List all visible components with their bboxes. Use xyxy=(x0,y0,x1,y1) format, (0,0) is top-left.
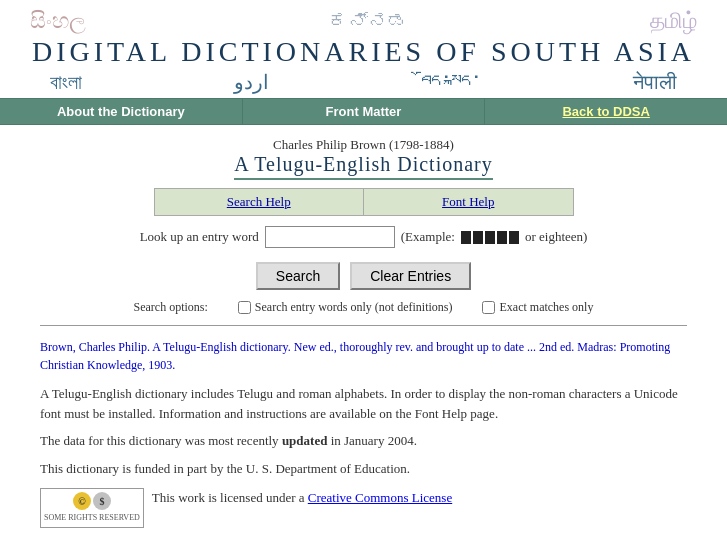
main-title-text: Digital Dictionaries of South Asia xyxy=(32,36,695,67)
script-tamil: தமிழ் xyxy=(650,8,697,34)
para2-prefix: The data for this dictionary was most re… xyxy=(40,433,282,448)
para2-bold: updated xyxy=(282,433,328,448)
option-exact-matches-label: Exact matches only xyxy=(499,300,593,315)
block-3 xyxy=(485,231,495,244)
example-suffix: or eighteen) xyxy=(525,229,587,245)
option-exact-matches: Exact matches only xyxy=(482,300,593,315)
options-row: Search options: Search entry words only … xyxy=(0,300,727,315)
search-input[interactable] xyxy=(265,226,395,248)
block-2 xyxy=(473,231,483,244)
nav-about-dictionary[interactable]: About the Dictionary xyxy=(0,99,243,124)
cc-license-link[interactable]: Creative Commons License xyxy=(308,490,452,505)
tab-search-help[interactable]: Search Help xyxy=(155,189,365,215)
block-5 xyxy=(509,231,519,244)
author-name: Charles Philip Brown (1798-1884) xyxy=(0,137,727,153)
nav-front-label: Front Matter xyxy=(326,104,402,119)
cc-license-text: This work is licensed under a Creative C… xyxy=(152,488,452,508)
para-updated: The data for this dictionary was most re… xyxy=(40,431,687,451)
option-entry-words-label: Search entry words only (not definitions… xyxy=(255,300,453,315)
nav-back-label: Back to DDSA xyxy=(562,104,649,119)
checkbox-exact-matches[interactable] xyxy=(482,301,495,314)
main-title: Digital Dictionaries of South Asia xyxy=(0,36,727,68)
example-blocks xyxy=(461,231,519,244)
nav-about-label: About the Dictionary xyxy=(57,104,185,119)
options-label: Search options: xyxy=(134,300,208,315)
lookup-row: Look up an entry word (Example: or eight… xyxy=(0,226,727,248)
search-tabs: Search Help Font Help xyxy=(154,188,574,216)
cc-rights-label: SOME RIGHTS RESERVED xyxy=(44,512,140,524)
example-prefix: (Example: xyxy=(401,229,455,245)
script-row-top: සිංහල ಕನ್ನಡ தமிழ் xyxy=(0,8,727,34)
dict-title: Charles Philip Brown (1798-1884) A Telug… xyxy=(0,137,727,180)
option-entry-words: Search entry words only (not definitions… xyxy=(238,300,453,315)
nav-front-matter[interactable]: Front Matter xyxy=(243,99,486,124)
block-1 xyxy=(461,231,471,244)
cc-circle-1: © xyxy=(73,492,91,510)
para-unicode: A Telugu-English dictionary includes Tel… xyxy=(40,384,687,423)
tab-font-help-label: Font Help xyxy=(442,194,494,209)
para2-suffix: in January 2004. xyxy=(327,433,417,448)
script-row-bottom: বাংলা اردو བོད་སྐད་ नेपाली xyxy=(0,70,727,94)
checkbox-entry-words[interactable] xyxy=(238,301,251,314)
script-kannada: ಕನ್ನಡ xyxy=(328,10,408,33)
tab-search-help-label: Search Help xyxy=(227,194,291,209)
cc-badge: © $ SOME RIGHTS RESERVED This work is li… xyxy=(40,488,687,528)
cc-circle-2: $ xyxy=(93,492,111,510)
citation-text: Brown, Charles Philip. A Telugu-English … xyxy=(40,340,670,372)
cc-license-link-text: Creative Commons License xyxy=(308,490,452,505)
divider xyxy=(40,325,687,326)
header: සිංහල ಕನ್ನಡ தமிழ் Digital Dictionaries o… xyxy=(0,0,727,98)
search-area: Look up an entry word (Example: or eight… xyxy=(0,226,727,290)
search-options: Search options: Search entry words only … xyxy=(0,300,727,315)
script-urdu: اردو xyxy=(234,70,269,94)
script-sinhala: සිංහල xyxy=(30,8,86,34)
script-tibetan: བོད་སྐད་ xyxy=(421,71,481,94)
lookup-label: Look up an entry word xyxy=(140,229,259,245)
nav-back-link[interactable]: Back to DDSA xyxy=(562,104,649,119)
content-area: Brown, Charles Philip. A Telugu-English … xyxy=(0,332,727,544)
para-funding: This dictionary is funded in part by the… xyxy=(40,459,687,479)
cc-license-prefix: This work is licensed under a xyxy=(152,490,308,505)
dictionary-name: A Telugu-English Dictionary xyxy=(234,153,493,180)
nav-back-ddsa[interactable]: Back to DDSA xyxy=(485,99,727,124)
tab-font-help[interactable]: Font Help xyxy=(364,189,573,215)
cc-box: © $ SOME RIGHTS RESERVED xyxy=(40,488,144,528)
cc-icons: © $ xyxy=(73,492,111,510)
button-row: Search Clear Entries xyxy=(0,262,727,290)
clear-entries-button[interactable]: Clear Entries xyxy=(350,262,471,290)
block-4 xyxy=(497,231,507,244)
navbar: About the Dictionary Front Matter Back t… xyxy=(0,98,727,125)
citation: Brown, Charles Philip. A Telugu-English … xyxy=(40,338,687,374)
search-button[interactable]: Search xyxy=(256,262,340,290)
script-bengali: বাংলা xyxy=(50,71,82,94)
script-nepali: नेपाली xyxy=(633,71,677,94)
